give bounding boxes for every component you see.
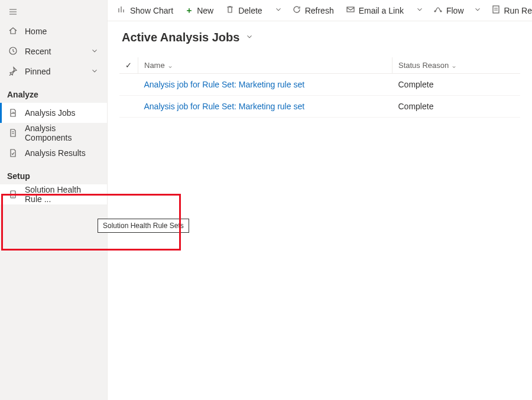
chevron-down-icon: ⌄ <box>451 61 457 70</box>
sidebar-item-analysis-components[interactable]: Analysis Components <box>0 123 107 143</box>
new-button[interactable]: ＋ New <box>179 0 219 21</box>
sidebar-item-label: Analysis Jobs <box>25 108 76 118</box>
cmd-label: Email a Link <box>359 6 404 15</box>
table-row[interactable]: Analysis job for Rule Set: Marketing rul… <box>119 74 520 96</box>
flow-icon <box>433 5 443 16</box>
tooltip: Solution Health Rule Sets <box>98 219 189 233</box>
view-selector[interactable]: Active Analysis Jobs <box>119 31 520 44</box>
main-area: Show Chart ＋ New Delete Refresh Email a … <box>108 0 532 400</box>
flow-dropdown[interactable] <box>470 5 485 15</box>
record-link[interactable]: Analysis job for Rule Set: Marketing rul… <box>144 102 305 111</box>
delete-dropdown[interactable] <box>271 5 286 15</box>
refresh-icon <box>292 5 301 16</box>
sidebar-item-analysis-jobs[interactable]: Analysis Jobs <box>0 103 107 123</box>
sidebar-section-analyze: Analyze <box>0 82 107 103</box>
document-icon <box>8 128 18 138</box>
run-report-button[interactable]: Run Report <box>485 0 533 21</box>
delete-button[interactable]: Delete <box>219 0 268 21</box>
clock-icon <box>8 46 18 57</box>
view-title-text: Active Analysis Jobs <box>122 31 239 44</box>
cmd-label: Refresh <box>305 6 334 15</box>
column-label: Status Reason <box>398 61 449 70</box>
record-link[interactable]: Analysis job for Rule Set: Marketing rul… <box>144 80 305 89</box>
check-icon: ✓ <box>125 61 132 70</box>
mail-icon <box>346 5 355 16</box>
chevron-down-icon <box>245 32 254 43</box>
row-select[interactable] <box>119 96 138 118</box>
chevron-down-icon <box>90 67 99 77</box>
sidebar: Home Recent Pinned Analyze Analysis Jobs… <box>0 0 108 400</box>
table-row[interactable]: Analysis job for Rule Set: Marketing rul… <box>119 96 520 118</box>
document-chart-icon <box>8 108 18 118</box>
report-icon <box>491 5 501 16</box>
column-header-name[interactable]: Name⌄ <box>138 57 392 74</box>
show-chart-button[interactable]: Show Chart <box>111 0 179 21</box>
pin-icon <box>8 66 18 77</box>
hamburger-menu[interactable] <box>0 2 107 21</box>
row-select[interactable] <box>119 74 138 96</box>
sidebar-item-label: Analysis Components <box>25 123 99 142</box>
sidebar-item-pinned[interactable]: Pinned <box>0 61 107 82</box>
email-link-dropdown[interactable] <box>412 5 427 15</box>
sidebar-item-solution-health-rule-sets[interactable]: Solution Health Rule ... <box>0 184 107 204</box>
sidebar-item-label: Pinned <box>25 67 51 76</box>
flow-button[interactable]: Flow <box>427 0 470 21</box>
sidebar-item-label: Recent <box>25 47 51 56</box>
cmd-label: Delete <box>238 6 262 15</box>
cmd-label: Flow <box>446 6 464 15</box>
select-all-header[interactable]: ✓ <box>119 57 138 74</box>
trash-icon <box>225 5 235 16</box>
column-header-status-reason[interactable]: Status Reason⌄ <box>392 57 521 74</box>
cmd-label: New <box>197 6 213 15</box>
cell-status: Complete <box>392 74 521 96</box>
email-link-button[interactable]: Email a Link <box>340 0 410 21</box>
cmd-label: Show Chart <box>130 6 173 15</box>
sidebar-item-home[interactable]: Home <box>0 21 107 41</box>
sidebar-item-label: Solution Health Rule ... <box>25 185 99 204</box>
content: Active Analysis Jobs ✓ Name⌄ <box>108 21 532 400</box>
tablet-icon <box>8 190 18 199</box>
cell-status: Complete <box>392 96 521 118</box>
data-grid: ✓ Name⌄ Status Reason⌄ Analysis job for … <box>119 57 520 118</box>
chevron-down-icon: ⌄ <box>167 61 173 70</box>
refresh-button[interactable]: Refresh <box>286 0 340 21</box>
home-icon <box>8 26 18 37</box>
svg-rect-5 <box>493 6 499 13</box>
plus-icon: ＋ <box>185 5 193 16</box>
chevron-down-icon <box>90 47 99 57</box>
sidebar-item-label: Home <box>25 27 47 36</box>
column-label: Name <box>144 61 165 70</box>
sidebar-section-setup: Setup <box>0 163 107 184</box>
chart-icon <box>117 5 126 16</box>
document-check-icon <box>8 148 18 158</box>
sidebar-item-recent[interactable]: Recent <box>0 41 107 61</box>
command-bar: Show Chart ＋ New Delete Refresh Email a … <box>108 0 532 21</box>
cmd-label: Run Report <box>504 6 533 15</box>
sidebar-item-analysis-results[interactable]: Analysis Results <box>0 143 107 163</box>
table-header-row: ✓ Name⌄ Status Reason⌄ <box>119 57 520 74</box>
hamburger-icon <box>8 7 18 17</box>
sidebar-item-label: Analysis Results <box>25 148 86 158</box>
svg-rect-2 <box>347 7 354 12</box>
